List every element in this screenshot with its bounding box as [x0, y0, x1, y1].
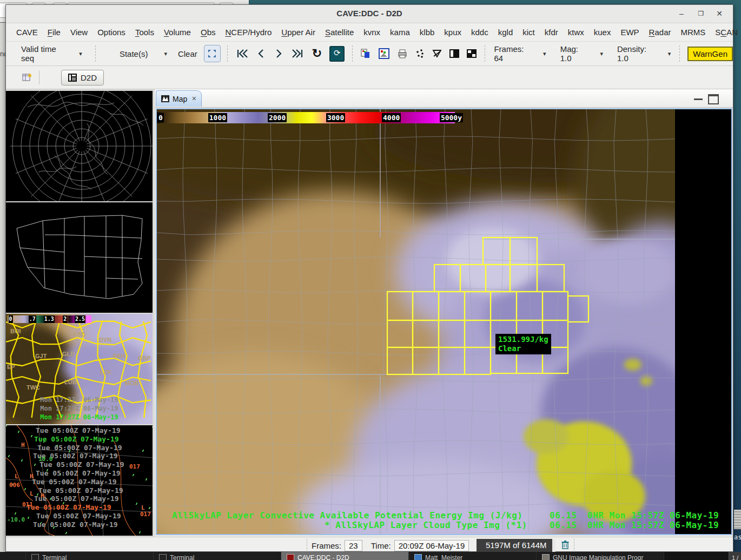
states-combo[interactable]: State(s) ▾	[120, 49, 167, 58]
taskbar-item[interactable]: CAVE:DDC - D2D	[281, 552, 409, 560]
menu-item[interactable]: kfdr	[540, 28, 563, 37]
loop-button[interactable]: ↻	[312, 47, 322, 60]
perspective-d2d-button[interactable]: D2D	[61, 70, 104, 85]
station-label: EP	[7, 364, 15, 370]
panel-model-plot[interactable]: Tue 05:00Z 07-May-19Tue 05:00Z 07-May-19…	[6, 425, 153, 536]
menu-item-label: kama	[390, 28, 410, 37]
taskbar-item[interactable]: GNU Image Manipulation Progr	[537, 552, 664, 560]
menu-item[interactable]: kpux	[439, 28, 466, 37]
menu-item[interactable]: kama	[385, 28, 415, 37]
panel-cwa-overview-map[interactable]: 0.71.322.5 BOIFSDDVNGJTGLDPAHGSPEPLZKLUB…	[6, 314, 153, 424]
map-icon	[161, 95, 169, 102]
menu-item[interactable]: SCAN	[710, 28, 741, 37]
time-options-button[interactable]: ⟳	[329, 46, 345, 62]
menu-item[interactable]: Tools	[130, 28, 159, 37]
cave-window: CAVE:DDC - D2D – ❒ ✕ CAVEFileViewOptions…	[5, 4, 733, 552]
separator	[39, 70, 39, 84]
menu-item[interactable]: MRMS	[676, 28, 710, 37]
panel4-annotation: -10.0	[7, 516, 25, 523]
panel4-annotation: H	[41, 492, 44, 499]
menu-item[interactable]: NCEP/Hydro	[220, 28, 276, 37]
panel3-timestamp: Mon 17:27Z 06-May-19	[6, 396, 153, 404]
menu-item[interactable]: Radar	[644, 28, 676, 37]
map-canvas[interactable]: 010002000300040005000y 1531.99J/kgClear …	[156, 108, 732, 535]
time-value: 20:09Z 06-May-19	[394, 540, 469, 551]
points-tool-button[interactable]	[415, 49, 425, 58]
two-panel-layout-button[interactable]	[449, 49, 460, 58]
warngen-button[interactable]: WarnGen	[687, 47, 733, 61]
status-separator	[574, 539, 574, 552]
last-frame-button[interactable]	[292, 49, 303, 58]
title-bar[interactable]: CAVE:DDC - D2D – ❒ ✕	[6, 5, 733, 23]
menu-item[interactable]: kgld	[493, 28, 518, 37]
menu-item[interactable]: kict	[518, 28, 540, 37]
map-tab-label: Map	[173, 95, 187, 103]
menu-item[interactable]: Options	[92, 28, 130, 37]
panel3-colorbar: 0.71.322.5	[8, 315, 91, 323]
taskbar-item[interactable]: Terminal	[26, 552, 154, 560]
toolbar-separator	[679, 45, 680, 62]
maximize-button[interactable]: ❒	[695, 8, 707, 19]
workspace-pager[interactable]: 1 /	[729, 552, 741, 560]
print-button[interactable]	[397, 48, 408, 59]
first-frame-button[interactable]	[236, 49, 248, 58]
editor-maximize-icon[interactable]	[708, 94, 719, 104]
clear-button[interactable]: Clear	[178, 49, 197, 58]
menu-item[interactable]: ktwx	[563, 28, 589, 37]
menu-item-label: ktwx	[568, 28, 584, 37]
mag-combo[interactable]: Mag: 1.0 ▾	[560, 44, 603, 63]
new-perspective-button[interactable]	[22, 73, 32, 83]
expand-view-button[interactable]	[204, 45, 221, 62]
clear-memory-button[interactable]	[561, 540, 570, 551]
menu-item[interactable]: kvnx	[359, 28, 385, 37]
menu-item-label: Tools	[135, 28, 154, 37]
close-button[interactable]: ✕	[713, 8, 725, 19]
menu-item[interactable]: CAVE	[11, 28, 43, 37]
editor-minimize-icon[interactable]	[694, 94, 703, 100]
valid-time-seq-combo[interactable]: Valid time seq ▾	[21, 44, 82, 63]
menu-item-label: View	[70, 28, 88, 37]
sample-value: 1531.99J/kg	[498, 335, 548, 344]
taskbar: Terminal Terminal Terminal CAVE:DDC - D2…	[0, 552, 741, 560]
colorbar[interactable]: 010002000300040005000y	[157, 112, 455, 123]
memory-usage-indicator[interactable]: 5197M of 6144M	[477, 539, 555, 552]
station-label: MOB	[125, 380, 139, 386]
next-frame-button[interactable]	[275, 49, 283, 58]
menu-item[interactable]: File	[43, 28, 65, 37]
menu-item[interactable]: Upper Air	[276, 28, 320, 37]
menu-item[interactable]: Volume	[159, 28, 196, 37]
toolbar: Valid time seq ▾ State(s) ▾ Clear	[6, 42, 733, 66]
taskbar-item[interactable]: Terminal	[0, 552, 26, 560]
four-panel-layout-button[interactable]	[466, 49, 477, 58]
cape-image	[157, 109, 731, 534]
states-label: State(s)	[120, 49, 148, 58]
map-tab[interactable]: Map ✕	[156, 90, 202, 107]
colorbar-label: .7	[29, 315, 36, 323]
density-combo[interactable]: Density: 1.0 ▾	[617, 44, 671, 63]
panel-us-states-map[interactable]	[6, 202, 153, 313]
baseline-tool-button[interactable]	[432, 48, 442, 59]
station-label: TWC	[27, 384, 40, 391]
app-icon	[31, 554, 39, 560]
tab-close-icon[interactable]: ✕	[191, 95, 196, 102]
app-icon	[287, 554, 294, 560]
menu-item[interactable]: EWP	[616, 28, 644, 37]
taskbar-item-label: CAVE:DDC - D2D	[297, 554, 349, 560]
d2d-label: D2D	[81, 73, 97, 82]
previous-frame-button[interactable]	[257, 49, 264, 58]
taskbar-item[interactable]: Matt_Meister	[409, 552, 537, 560]
menu-item[interactable]: Obs	[196, 28, 221, 37]
menu-item[interactable]: Satellite	[320, 28, 359, 37]
image-combine-button[interactable]	[360, 48, 371, 59]
status-bar: Frames: 23 Time: 20:09Z 06-May-19 5197M …	[6, 537, 733, 554]
menu-item[interactable]: klbb	[415, 28, 440, 37]
scrollbar-fragment[interactable]	[734, 510, 741, 529]
image-properties-button[interactable]	[379, 48, 389, 59]
minimize-button[interactable]: –	[676, 8, 687, 19]
menu-item[interactable]: kuex	[589, 28, 616, 37]
frames-combo[interactable]: Frames: 64 ▾	[494, 44, 546, 63]
menu-item[interactable]: View	[65, 28, 92, 37]
panel-world-map[interactable]	[6, 91, 153, 201]
taskbar-item[interactable]: Terminal	[154, 552, 281, 560]
menu-item[interactable]: kddc	[466, 28, 493, 37]
